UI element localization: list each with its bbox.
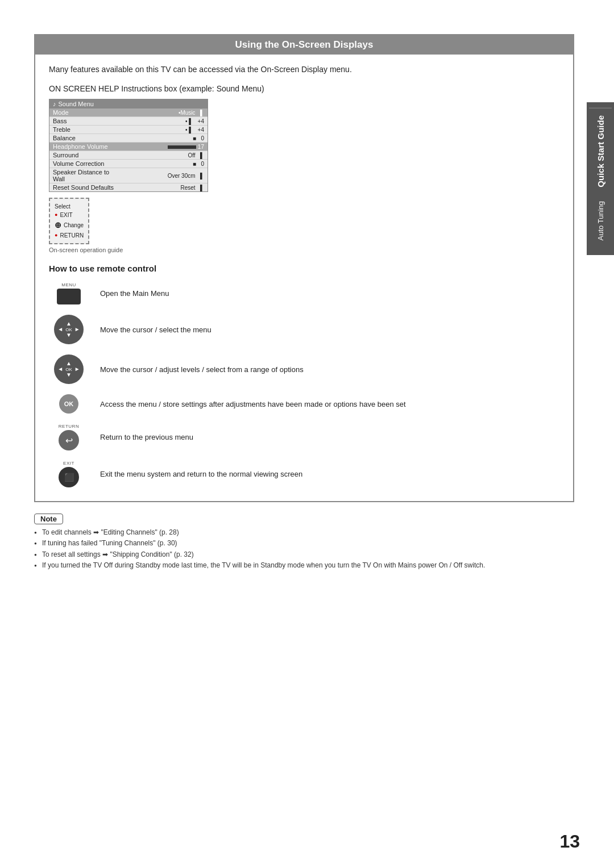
- row-label-reset: Reset Sound Defaults: [53, 184, 115, 191]
- select-label: Select: [55, 202, 70, 211]
- row-value-mode: •Music ▌: [115, 110, 204, 116]
- exit-icon-wrap: EXIT ⬛: [49, 461, 89, 487]
- remote-row-return: RETURN ↩ Return to the previous menu: [49, 424, 559, 450]
- change-label: Change: [64, 221, 84, 229]
- nav-row-bottom: ▼: [66, 332, 72, 338]
- row-value-treble: • ▌ +4: [115, 127, 204, 133]
- nav-ud-arrows: ▲ ◄ OK ► ▼: [57, 321, 80, 338]
- menu-button-icon: [57, 289, 81, 304]
- sound-menu-row-speaker: Speaker Distance to Wall Over 30cm ▌: [49, 168, 208, 183]
- row-value-volcorr: ■ 0: [115, 161, 204, 167]
- side-tab-quick-start: Quick Start Guide: [589, 108, 612, 194]
- return-label-text: RETURN: [59, 424, 79, 429]
- row-label-surround: Surround: [53, 152, 115, 158]
- row-label-mode: Mode: [53, 109, 115, 116]
- nav-lr-arrow-right: ►: [74, 366, 80, 372]
- arrow-down-icon: ▼: [66, 332, 72, 338]
- nav-ud-icon-wrap: ▲ ◄ OK ► ▼: [49, 315, 89, 344]
- row-label-speaker: Speaker Distance to Wall: [53, 169, 115, 182]
- help-title-normal: (example: Sound Menu): [179, 84, 264, 93]
- remote-row-nav-lr: ▲ ◄ OK ► ▼: [49, 354, 559, 384]
- op-guide-exit: ● EXIT: [55, 211, 84, 219]
- sound-menu: ♪ Sound Menu Mode •Music ▌ Bass • ▌ +4: [49, 99, 208, 192]
- nav-lr-icon-wrap: ▲ ◄ OK ► ▼: [49, 354, 89, 384]
- main-content: Using the On-Screen Displays Many featur…: [34, 34, 574, 823]
- menu-icon-wrap: MENU: [49, 282, 89, 304]
- quick-start-label: Quick Start Guide: [596, 115, 605, 187]
- ok-icon-wrap: OK: [49, 394, 89, 414]
- intro-text: Many features available on this TV can b…: [49, 65, 559, 74]
- arrow-left-icon: ◄: [57, 327, 63, 332]
- nav-row-top: ▲: [66, 321, 72, 327]
- side-tab-auto-tuning: Auto Tuning: [589, 194, 612, 249]
- row-value-balance: ■ 0: [115, 135, 204, 141]
- music-note-icon: ♪: [53, 101, 56, 107]
- row-label-bass: Bass: [53, 118, 115, 124]
- sound-menu-row-surround: Surround Off ▌: [49, 151, 208, 160]
- row-label-treble: Treble: [53, 126, 115, 133]
- exit-x-icon: ⬛: [64, 473, 74, 482]
- nav-ud-circle: ▲ ◄ OK ► ▼: [54, 315, 84, 344]
- exit-label: EXIT: [60, 211, 72, 219]
- sound-menu-row-bass: Bass • ▌ +4: [49, 117, 208, 126]
- row-value-speaker: Over 30cm ▌: [115, 173, 204, 179]
- nav-ud-desc: Move the cursor / select the menu: [100, 326, 559, 334]
- row-value-reset: Reset ▌: [115, 185, 204, 191]
- sound-menu-row-reset: Reset Sound Defaults Reset ▌: [49, 183, 208, 191]
- remote-rows: MENU Open the Main Menu ▲: [49, 282, 559, 487]
- sound-menu-header: ♪ Sound Menu: [49, 99, 208, 108]
- help-title-bold: ON SCREEN HELP Instructions box: [49, 84, 177, 93]
- row-value-surround: Off ▌: [115, 152, 204, 158]
- nav-lr-desc: Move the cursor / adjust levels / select…: [100, 365, 559, 374]
- op-guide: Select ● EXIT ⊕ Change ●: [49, 198, 89, 244]
- row-label-volcorr: Volume Correction: [53, 160, 115, 167]
- sound-menu-row-mode: Mode •Music ▌: [49, 108, 208, 117]
- row-label-headphone: Headphone Volume: [53, 143, 115, 150]
- nav-lr-arrows: ▲ ◄ OK ► ▼: [57, 361, 80, 378]
- return-label: RETURN: [60, 231, 84, 240]
- sound-menu-container: ♪ Sound Menu Mode •Music ▌ Bass • ▌ +4: [49, 99, 559, 253]
- menu-desc: Open the Main Menu: [100, 289, 559, 298]
- sound-menu-row-volcorr: Volume Correction ■ 0: [49, 160, 208, 168]
- note-item-2: If tuning has failed "Tuning Channels" (…: [34, 539, 574, 548]
- remote-row-exit: EXIT ⬛ Exit the menu system and return t…: [49, 461, 559, 487]
- note-list: To edit channels ➡ "Editing Channels" (p…: [34, 528, 574, 571]
- arrow-right-icon: ►: [74, 327, 80, 332]
- nav-lr-arrow-left: ◄: [57, 366, 63, 372]
- exit-button-icon: ⬛: [59, 467, 79, 487]
- op-guide-select: Select: [55, 202, 84, 211]
- note-section: Note To edit channels ➡ "Editing Channel…: [34, 514, 574, 571]
- remote-row-nav-ud: ▲ ◄ OK ► ▼: [49, 315, 559, 344]
- return-icon-wrap: RETURN ↩: [49, 424, 89, 450]
- row-label-balance: Balance: [53, 135, 115, 141]
- note-item-1: To edit channels ➡ "Editing Channels" (p…: [34, 528, 574, 537]
- auto-tuning-label: Auto Tuning: [596, 201, 605, 240]
- row-value-headphone: 17: [115, 144, 204, 150]
- main-box-title: Using the On-Screen Displays: [35, 35, 573, 55]
- main-box: Using the On-Screen Displays Many featur…: [34, 34, 574, 502]
- nav-lr-circle: ▲ ◄ OK ► ▼: [54, 354, 84, 384]
- sound-menu-row-headphone: Headphone Volume 17: [49, 143, 208, 151]
- sound-menu-row-treble: Treble • ▌ +4: [49, 126, 208, 134]
- ok-desc: Access the menu / store settings after a…: [100, 400, 559, 408]
- return-button-icon: ↩: [59, 430, 79, 450]
- remote-section-title: How to use remote control: [49, 264, 559, 273]
- ok-label: OK: [64, 400, 74, 407]
- return-desc: Return to the previous menu: [100, 433, 559, 441]
- op-guide-return: ● RETURN: [55, 231, 84, 240]
- nav-lr-row-bottom: ▼: [66, 372, 72, 378]
- main-box-body: Many features available on this TV can b…: [35, 55, 573, 501]
- note-item-3: To reset all settings ➡ "Shipping Condit…: [34, 550, 574, 560]
- remote-row-ok: OK Access the menu / store settings afte…: [49, 394, 559, 414]
- sound-menu-row-balance: Balance ■ 0: [49, 134, 208, 143]
- sound-menu-label: Sound Menu: [59, 101, 94, 107]
- exit-label-text: EXIT: [63, 461, 74, 466]
- nav-lr-row-top: ▲: [66, 361, 72, 366]
- op-guide-change: ⊕ Change: [55, 219, 84, 231]
- return-arrow-icon: ↩: [65, 435, 73, 446]
- nav-lr-arrow-up: ▲: [66, 361, 72, 366]
- arrow-up-icon: ▲: [66, 321, 72, 327]
- menu-label: MENU: [61, 282, 76, 287]
- ok-button-icon: OK: [59, 394, 78, 414]
- page-number: 13: [559, 831, 580, 852]
